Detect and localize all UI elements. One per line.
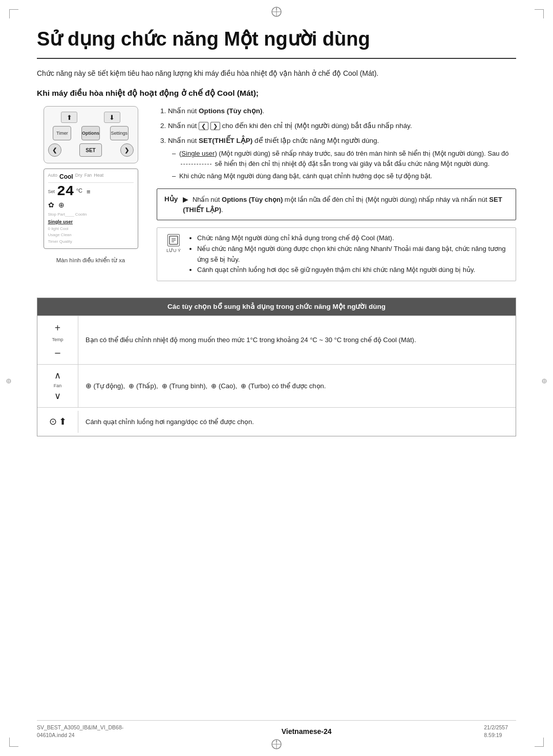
right-arrow-inline: ❯ (210, 122, 220, 130)
bottom-table-section: Các tùy chọn bổ sung khả dụng trong chức… (37, 298, 516, 436)
sub-bullet-1: (Single user) (Một người dùng) sẽ nhấp n… (172, 149, 516, 169)
cancel-bold-1: Options (Tùy chọn) (222, 196, 283, 203)
table-text-fan: ⊕ (Tự động), ⊕ (Thấp), ⊕ (Trung bình), ⊕… (78, 376, 516, 396)
intro-text: Chức năng này sẽ tiết kiệm tiêu hao năng… (37, 68, 516, 79)
mode-cool: Cool (59, 172, 73, 181)
fan-icon-symbol: ∧ Fan ∨ (54, 369, 62, 404)
single-user-underline: Single user (181, 150, 215, 157)
display-panel: Auto Cool Dry Fan Heat Set 24 °C ≡ ✿ ⊕ S… (44, 169, 138, 249)
corner-mark-tr (535, 9, 544, 18)
fan-up-arrow: ∧ (54, 369, 61, 383)
fan-label: Fan (54, 383, 62, 390)
cancel-content: ▶ Nhấn nút Options (Tùy chọn) một lần nữ… (183, 194, 508, 215)
display-icon-1: ✿ (48, 200, 54, 211)
fan-down-arrow: ∨ (54, 389, 61, 403)
note-bullets-list: Chức năng Một người dùng chỉ khả dụng tr… (189, 233, 508, 276)
display-row-5: Timer Quality (48, 239, 134, 245)
dashed-indicator (181, 164, 211, 164)
mode-fan: Fan (84, 172, 92, 181)
fan-icon-low: ⊕ (129, 382, 134, 390)
temp-label: Temp (52, 337, 63, 344)
steps-area: Nhấn nút Options (Tùy chọn). Nhấn nút ❮ … (157, 106, 516, 286)
display-icon-2: ⊕ (58, 200, 65, 211)
bottom-center-mark (271, 739, 282, 750)
step-3-bold: SET(THIẾT LẬP) (199, 137, 252, 144)
temp-unit: °C (76, 186, 82, 195)
table-icon-fan: ∧ Fan ∨ (37, 365, 78, 408)
left-arrow-button: ❮ (48, 143, 61, 157)
table-row-temp: + Temp – Bạn có thể điều chỉnh nhiệt độ … (37, 316, 516, 364)
fan-icon-turbo: ⊕ (241, 382, 246, 390)
plus-icon: + (55, 320, 60, 335)
display-bottom-rows: Stop Part____ Coolin Single user 0 light… (48, 212, 134, 245)
display-icons-row: ✿ ⊕ (48, 200, 134, 211)
top-center-mark (271, 6, 282, 17)
note-icon (167, 234, 180, 246)
right-arrow-button: ❯ (120, 143, 134, 157)
side-mark-right (542, 375, 547, 381)
minus-icon: – (55, 345, 60, 360)
footer-left: SV_BEST_A3050_IB&IM_VI_DB68-04610A.indd … (37, 724, 129, 740)
table-icon-temp: + Temp – (37, 316, 78, 364)
set-label: Set (48, 188, 55, 196)
note-label-text: LƯU Ý (166, 247, 181, 255)
main-content: ⬆ ⬇ Timer Options Settings ❮ SET ❯ Auto … (37, 106, 516, 286)
note-label-col: LƯU Ý (164, 233, 183, 255)
mode-heat: Heat (94, 172, 103, 181)
table-row-fan: ∧ Fan ∨ ⊕ (Tự động), ⊕ (Thấp), ⊕ (Trung … (37, 364, 516, 408)
step-2: Nhấn nút ❮ ❯ cho đến khi đèn chỉ thị (Mộ… (168, 121, 516, 132)
display-single-user: Single user (48, 218, 134, 226)
remote-function-buttons: Timer Options Settings (48, 126, 134, 140)
table-row-swing: ⊙ ⬆ Cánh quạt chỉnh luồng hơi ngang/dọc … (37, 407, 516, 436)
steps-list: Nhấn nút Options (Tùy chọn). Nhấn nút ❮ … (157, 106, 516, 181)
note-box: LƯU Ý Chức năng Một người dùng chỉ khả d… (157, 227, 516, 281)
settings-button: Settings (110, 126, 129, 140)
section-heading: Khi máy điều hòa nhiệt độ hoạt động ở ch… (37, 87, 516, 99)
options-button: Options (81, 126, 100, 140)
remote-down-icon: ⬇ (104, 112, 120, 123)
swing-icon-1: ⊙ (49, 415, 57, 429)
side-mark-left (6, 375, 11, 381)
page-title: Sử dụng chức năng Một người dùng (37, 25, 516, 59)
remote-caption: Màn hình điều khiển từ xa (56, 256, 125, 265)
corner-mark-br (535, 738, 544, 747)
remote-set-row: ❮ SET ❯ (48, 143, 134, 157)
page-footer: SV_BEST_A3050_IB&IM_VI_DB68-04610A.indd … (37, 720, 516, 740)
bottom-table-header: Các tùy chọn bổ sung khả dụng trong chức… (37, 298, 516, 316)
cancel-label: Hủy (164, 194, 178, 204)
sub-bullets: (Single user) (Một người dùng) sẽ nhấp n… (168, 149, 516, 181)
step-1: Nhấn nút Options (Tùy chọn). (168, 106, 516, 117)
corner-mark-bl (9, 738, 18, 747)
step-3: Nhấn nút SET(THIẾT LẬP) để thiết lập chứ… (168, 136, 516, 181)
mode-auto: Auto (48, 172, 58, 181)
sub-bullet-2: Khi chức năng Một người dùng đang bật, c… (172, 171, 516, 181)
temp-bars: ≡ (87, 187, 91, 197)
fan-icon-mid: ⊕ (162, 382, 167, 390)
temp-display: 24 (57, 184, 74, 199)
swing-icon-symbol: ⊙ ⬆ (49, 415, 67, 429)
mode-dry: Dry (75, 172, 82, 181)
footer-right: 21/2/2557 8.59:19 (484, 724, 516, 740)
note-bullet-1: Chức năng Một người dùng chỉ khả dụng tr… (197, 233, 508, 244)
table-text-temp: Bạn có thể điều chỉnh nhiệt độ mong muốn… (78, 331, 516, 349)
display-row-4: Usage Clean (48, 232, 134, 239)
left-arrow-inline: ❮ (199, 122, 208, 130)
remote-control-image: ⬆ ⬇ Timer Options Settings ❮ SET ❯ (44, 106, 138, 163)
table-icon-swing: ⊙ ⬆ (37, 411, 78, 433)
note-bullet-2: Nếu chức năng Một người dùng được chọn k… (197, 244, 508, 265)
remote-up-icon: ⬆ (61, 112, 77, 123)
remote-top-icons: ⬆ ⬇ (48, 112, 134, 123)
table-text-swing: Cánh quạt chỉnh luồng hơi ngang/dọc có t… (78, 413, 516, 431)
cancel-arrow: ▶ (183, 195, 188, 203)
note-bullet-3: Cánh quạt chỉnh luồng hơi dọc sẽ giữ ngu… (197, 265, 508, 276)
fan-icon-high: ⊕ (211, 382, 217, 390)
timer-button: Timer (53, 126, 71, 140)
step-1-bold: Options (Tùy chọn) (199, 107, 263, 115)
corner-mark-tl (9, 9, 18, 18)
display-temp-row: Set 24 °C ≡ (48, 184, 134, 199)
set-button: SET (79, 143, 102, 157)
display-mode-row: Auto Cool Dry Fan Heat (48, 172, 134, 183)
page-number: Vietnamese-24 (129, 726, 484, 737)
remote-area: ⬆ ⬇ Timer Options Settings ❮ SET ❯ Auto … (37, 106, 144, 286)
cancel-box: Hủy ▶ Nhấn nút Options (Tùy chọn) một lầ… (157, 188, 516, 221)
